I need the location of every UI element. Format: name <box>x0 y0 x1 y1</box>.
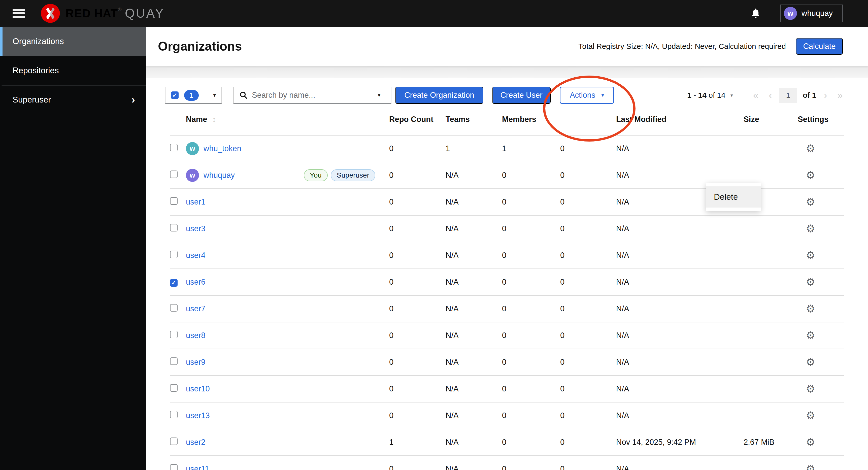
last-page-icon[interactable]: » <box>832 90 848 100</box>
search-input[interactable]: Search by name... <box>252 91 367 100</box>
org-name-link[interactable]: user7 <box>186 304 206 313</box>
search-filter-toggle[interactable]: ▾ <box>367 87 391 103</box>
gear-icon[interactable]: ⚙ <box>806 142 815 155</box>
first-page-icon[interactable]: « <box>748 90 764 100</box>
sidebar-item-repositories[interactable]: Repositories <box>0 56 146 85</box>
gear-icon[interactable]: ⚙ <box>806 276 815 288</box>
gear-icon[interactable]: ⚙ <box>806 383 815 395</box>
row-checkbox[interactable] <box>170 144 178 151</box>
table-row: user3 0 N/A 0 0 N/A ⚙ <box>170 216 844 242</box>
robots-cell: 0 <box>560 331 616 340</box>
row-checkbox[interactable] <box>170 170 178 178</box>
row-checkbox-cell <box>170 278 186 287</box>
last-modified-cell: N/A <box>616 384 744 394</box>
org-name-link[interactable]: user6 <box>186 278 206 287</box>
create-organization-button[interactable]: Create Organization <box>395 87 484 104</box>
caret-down-icon: ▾ <box>835 10 837 17</box>
gear-icon[interactable]: ⚙ <box>806 463 815 470</box>
gear-icon[interactable]: ⚙ <box>806 303 815 315</box>
org-name-link[interactable]: user4 <box>186 251 206 260</box>
members-cell: 0 <box>502 411 560 420</box>
sort-icon[interactable]: ↕ <box>212 115 216 124</box>
row-checkbox[interactable] <box>170 304 178 312</box>
sidebar-item-organizations[interactable]: Organizations <box>0 27 146 56</box>
members-cell: 0 <box>502 331 560 340</box>
org-name-link[interactable]: user13 <box>186 411 210 420</box>
row-checkbox-cell <box>170 251 186 260</box>
org-name-link[interactable]: whuquay <box>204 171 235 180</box>
actions-dropdown-button[interactable]: Actions ▾ <box>560 87 614 104</box>
row-checkbox[interactable] <box>170 438 178 445</box>
bulk-select-checkbox[interactable] <box>171 91 179 99</box>
org-name-cell: user3 <box>186 224 389 233</box>
settings-cell: ⚙ <box>798 250 844 261</box>
top-bar: RED HAT® QUAY w whuquay ▾ <box>0 0 868 27</box>
previous-page-icon[interactable]: ‹ <box>764 90 777 100</box>
org-name-link[interactable]: user3 <box>186 224 206 233</box>
create-user-button[interactable]: Create User <box>492 87 551 104</box>
row-checkbox[interactable] <box>170 251 178 258</box>
last-modified-cell: N/A <box>616 411 744 420</box>
org-name-link[interactable]: user2 <box>186 438 206 447</box>
gear-icon[interactable]: ⚙ <box>806 249 815 261</box>
org-name-link[interactable]: user9 <box>186 358 206 367</box>
robots-cell: 0 <box>560 465 616 470</box>
pagination-menu-toggle[interactable]: ▾ <box>731 92 733 98</box>
hamburger-menu-icon[interactable] <box>12 9 25 18</box>
members-cell: 0 <box>502 384 560 394</box>
robots-cell: 0 <box>560 171 616 180</box>
teams-cell: N/A <box>445 197 502 207</box>
org-name-cell: w whu_token <box>186 142 389 155</box>
bulk-select-toggle[interactable]: 1 ▾ <box>165 87 222 104</box>
org-name-link[interactable]: whu_token <box>204 144 241 153</box>
brand-quay-text: QUAY <box>125 6 165 21</box>
bell-icon[interactable] <box>751 8 761 19</box>
settings-cell: ⚙ <box>798 277 844 288</box>
org-name-cell: user11 <box>186 465 389 470</box>
row-checkbox[interactable] <box>170 411 178 418</box>
calculate-button[interactable]: Calculate <box>796 38 843 55</box>
user-menu-toggle[interactable]: w whuquay ▾ <box>780 4 843 22</box>
row-checkbox-cell <box>170 438 186 447</box>
sidebar-item-label: Organizations <box>12 36 64 46</box>
settings-cell: ⚙ <box>798 437 844 448</box>
settings-cell: ⚙ <box>798 384 844 395</box>
row-checkbox[interactable] <box>170 279 178 287</box>
pagination: 1 - 14 of 14 ▾ « ‹ 1 of 1 › » <box>687 88 848 103</box>
gear-icon[interactable]: ⚙ <box>806 436 815 448</box>
org-name-link[interactable]: user1 <box>186 197 206 207</box>
header-size: Size <box>744 115 798 124</box>
gear-icon[interactable]: ⚙ <box>806 356 815 368</box>
gear-icon[interactable]: ⚙ <box>806 329 815 342</box>
next-page-icon[interactable]: › <box>818 90 832 100</box>
row-checkbox[interactable] <box>170 331 178 338</box>
search-box[interactable]: Search by name... ▾ <box>233 87 392 104</box>
menu-item-delete[interactable]: Delete <box>706 186 761 208</box>
gear-icon[interactable]: ⚙ <box>806 409 815 421</box>
settings-cell: ⚙ <box>798 357 844 368</box>
org-name-link[interactable]: user8 <box>186 331 206 340</box>
row-checkbox-cell <box>170 224 186 233</box>
gear-icon[interactable]: ⚙ <box>806 222 815 235</box>
org-name-link[interactable]: user10 <box>186 384 210 394</box>
org-name-link[interactable]: user11 <box>186 465 209 470</box>
last-modified-cell: Nov 14, 2025, 9:42 PM <box>616 438 744 447</box>
table-row: user10 0 N/A 0 0 N/A ⚙ <box>170 376 844 403</box>
gear-icon[interactable]: ⚙ <box>806 196 815 208</box>
current-page-input[interactable]: 1 <box>779 88 797 103</box>
table-row: user2 1 N/A 0 0 Nov 14, 2025, 9:42 PM 2.… <box>170 429 844 456</box>
gear-icon[interactable]: ⚙ <box>806 169 815 181</box>
org-name-cell: user9 <box>186 358 389 367</box>
row-checkbox[interactable] <box>170 464 178 470</box>
you-badge: You <box>304 169 328 181</box>
row-checkbox[interactable] <box>170 224 178 231</box>
org-avatar: w <box>186 169 199 182</box>
header-settings: Settings <box>798 115 844 124</box>
row-checkbox[interactable] <box>170 384 178 391</box>
last-modified-cell: N/A <box>616 304 744 313</box>
table-row: user7 0 N/A 0 0 N/A ⚙ <box>170 296 844 322</box>
sidebar-item-superuser[interactable]: Superuser › <box>0 85 146 114</box>
row-checkbox[interactable] <box>170 197 178 205</box>
row-checkbox[interactable] <box>170 357 178 365</box>
last-modified-cell: N/A <box>616 278 744 287</box>
